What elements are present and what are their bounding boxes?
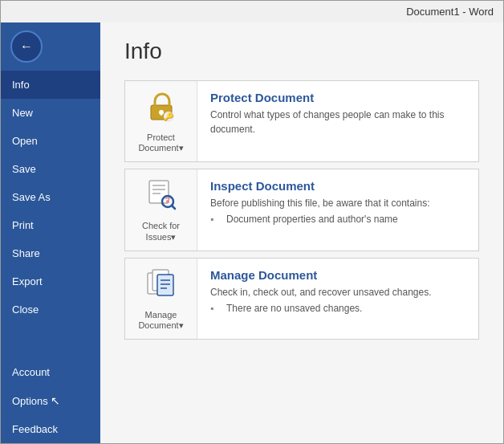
- back-button[interactable]: ←: [10, 31, 43, 63]
- card-desc-inspect-document: Before publishing this file, be aware th…: [210, 196, 465, 210]
- svg-text:🔑: 🔑: [164, 112, 174, 122]
- svg-rect-14: [157, 275, 173, 295]
- card-title-manage-document: Manage Document: [210, 268, 465, 282]
- card-desc-protect-document: Control what types of changes people can…: [210, 108, 465, 136]
- card-manage-document[interactable]: Manage Document▾Manage DocumentCheck in,…: [124, 258, 479, 340]
- card-content-protect-document: Protect DocumentControl what types of ch…: [197, 81, 478, 146]
- card-icon-label-protect-document[interactable]: Protect Document▾: [138, 132, 183, 153]
- svg-point-11: [166, 200, 169, 203]
- card-icon-area-inspect-document: Check for Issues▾: [125, 169, 197, 250]
- sidebar-item-save[interactable]: Save: [1, 155, 100, 183]
- sidebar-nav: InfoNewOpenSaveSave AsPrintShareExportCl…: [1, 71, 100, 324]
- card-desc-manage-document: Check in, check out, and recover unsaved…: [210, 285, 465, 299]
- card-title-protect-document: Protect Document: [210, 91, 465, 104]
- sidebar-item-info[interactable]: Info: [1, 71, 100, 99]
- sidebar-item-feedback[interactable]: Feedback: [1, 415, 100, 443]
- sidebar: ← InfoNewOpenSaveSave AsPrintShareExport…: [1, 22, 100, 443]
- cursor-icon: ↖: [51, 394, 60, 407]
- card-icon-inspect-document: [144, 177, 178, 218]
- sidebar-item-print[interactable]: Print: [1, 211, 100, 239]
- svg-rect-2: [161, 112, 162, 116]
- card-content-inspect-document: Inspect DocumentBefore publishing this f…: [197, 169, 478, 234]
- card-detail-inspect-document: ▪Document properties and author's name: [210, 214, 465, 225]
- card-icon-protect-document: 🔑: [144, 89, 178, 129]
- detail-bullet-icon: ▪: [210, 214, 222, 225]
- sidebar-item-share[interactable]: Share: [1, 239, 100, 267]
- main-container: ← InfoNewOpenSaveSave AsPrintShareExport…: [1, 22, 503, 443]
- card-title-inspect-document: Inspect Document: [210, 179, 465, 193]
- sidebar-bottom: AccountOptions↖Feedback: [1, 358, 100, 443]
- sidebar-item-save-as[interactable]: Save As: [1, 183, 100, 211]
- sidebar-item-options[interactable]: Options↖: [1, 386, 100, 415]
- detail-text: Document properties and author's name: [226, 214, 398, 225]
- sidebar-item-open[interactable]: Open: [1, 127, 100, 155]
- card-protect-document[interactable]: 🔑 Protect Document▾Protect DocumentContr…: [124, 80, 479, 162]
- sidebar-spacer: [1, 324, 100, 358]
- card-icon-area-manage-document: Manage Document▾: [125, 259, 197, 339]
- svg-rect-5: [149, 181, 169, 203]
- svg-line-10: [172, 206, 175, 209]
- card-detail-manage-document: ▪There are no unsaved changes.: [210, 303, 465, 314]
- page-title: Info: [124, 39, 479, 64]
- detail-text: There are no unsaved changes.: [226, 303, 362, 314]
- sidebar-item-new[interactable]: New: [1, 99, 100, 127]
- card-inspect-document[interactable]: Check for Issues▾Inspect DocumentBefore …: [124, 169, 479, 251]
- card-content-manage-document: Manage DocumentCheck in, check out, and …: [197, 259, 478, 324]
- back-icon: ←: [20, 39, 33, 54]
- card-icon-manage-document: [144, 267, 178, 307]
- card-icon-label-manage-document[interactable]: Manage Document▾: [138, 310, 183, 331]
- title-bar: Document1 - Word: [1, 1, 503, 22]
- card-icon-label-inspect-document[interactable]: Check for Issues▾: [142, 221, 180, 242]
- cards-container: 🔑 Protect Document▾Protect DocumentContr…: [124, 80, 479, 340]
- sidebar-item-account[interactable]: Account: [1, 358, 100, 386]
- sidebar-item-export[interactable]: Export: [1, 267, 100, 295]
- document-title: Document1 - Word: [406, 6, 494, 18]
- detail-bullet-icon: ▪: [210, 303, 222, 314]
- card-icon-area-protect-document: 🔑 Protect Document▾: [125, 81, 197, 161]
- main-content: Info 🔑 Protect Document▾Protect Document…: [100, 22, 503, 443]
- sidebar-item-close[interactable]: Close: [1, 295, 100, 324]
